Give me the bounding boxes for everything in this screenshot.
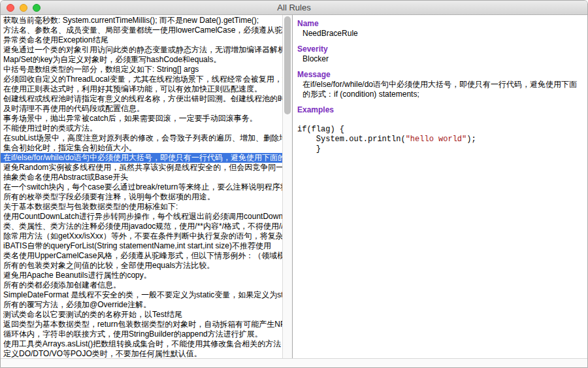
rule-list-item[interactable]: 避免用Apache Beanutils进行属性的copy。	[1, 271, 282, 280]
horizontal-scrollbar[interactable]	[1, 358, 587, 367]
rule-list-item[interactable]: Map/Set的key为自定义对象时，必须重写hashCode和equals。	[1, 55, 282, 65]
rule-list-item[interactable]: 抽象类命名使用Abstract或Base开头	[1, 173, 282, 182]
examples-label: Examples	[297, 105, 582, 115]
vertical-scrollbar[interactable]	[282, 15, 292, 358]
rule-list-item[interactable]: 避免Random实例被多线程使用，虽然共享该实例是线程安全的，但会因竞争同一se…	[1, 163, 282, 173]
rule-list-item[interactable]: 避免通过一个类的对象引用访问此类的静态变量或静态方法，无谓增加编译器解析成本，	[1, 45, 282, 55]
message-label: Message	[297, 70, 582, 80]
rule-list-item[interactable]: 返回类型为基本数据类型，return包装数据类型的对象时，自动拆箱有可能产生NP…	[1, 320, 282, 329]
code-line-2-after: );	[466, 135, 476, 144]
window: All Rules 获取当前毫秒数: System.currentTimeMil…	[0, 0, 588, 368]
rule-list-item[interactable]: 及时清理不再使用的代码段或配置信息。	[1, 104, 282, 114]
rule-list-item[interactable]: 在一个switch块内，每个case要么通过break/return等来终止，要…	[1, 182, 282, 192]
rule-list-item[interactable]: 在使用正则表达式时，利用好其预编译功能，可以有效加快正则匹配速度。	[1, 84, 282, 94]
titlebar: All Rules	[1, 1, 587, 15]
rule-list-item[interactable]: 循环体内，字符串的联接方式，使用StringBuilder的append方法进行…	[1, 329, 282, 339]
rule-list-item[interactable]: 除常用方法（如getXxx/isXxx）等外，不要在条件判断中执行复杂的语句，将…	[1, 231, 282, 241]
rule-list-item[interactable]: 事务场景中，抛出异常被catch后，如果需要回滚，一定要手动回滚事务。	[1, 114, 282, 124]
rule-detail-pane: Name NeedBraceRule Severity Blocker Mess…	[293, 15, 587, 358]
rule-list-item[interactable]: 类名使用UpperCamelCase风格，必须遵从驼峰形式，但以下情形例外：（领…	[1, 251, 282, 261]
rule-list-item[interactable]: 方法名、参数名、成员变量、局部变量都统一使用lowerCamelCase，必须遵…	[1, 25, 282, 35]
rule-list-item[interactable]: 类、类属性、类方法的注释必须使用javadoc规范，使用/**内容*/格式，不得…	[1, 222, 282, 231]
rule-list-item[interactable]: 异常类命名使用Exception结尾	[1, 35, 282, 45]
example-code: if(flag) { System.out.println("hello wor…	[297, 125, 582, 154]
severity-value: Blocker	[297, 54, 582, 64]
message-value: 在if/else/for/while/do语句中必须使用大括号，即使只有一行代码…	[297, 80, 578, 99]
rule-list-item[interactable]: 在subList场景中，高度注意对原列表的修改，会导致子列表的遍历、增加、删除均…	[1, 133, 282, 143]
rule-list-item[interactable]: 使用工具类Arrays.asList()把数组转换成集合时，不能使用其修改集合相…	[1, 339, 282, 349]
severity-label: Severity	[297, 44, 582, 54]
code-line-3: }	[297, 144, 321, 154]
close-button[interactable]	[7, 4, 14, 12]
rule-list-item[interactable]: 所有的包装类对象之间值的比较，全部使用equals方法比较。	[1, 261, 282, 271]
rule-list-item[interactable]: 集合初始化时，指定集合初始值大小。	[1, 143, 282, 153]
traffic-lights	[7, 1, 41, 15]
main-content: 获取当前毫秒数: System.currentTimeMillis(); 而不是…	[1, 15, 587, 358]
window-title: All Rules	[277, 3, 310, 12]
code-line-1: if(flag) {	[297, 125, 344, 134]
rule-list-item[interactable]: 中括号是数组类型的一部分，数组定义如下: String[] args	[1, 65, 282, 75]
rule-list-item[interactable]: 获取当前毫秒数: System.currentTimeMillis(); 而不是…	[1, 16, 282, 25]
rule-list-item[interactable]: 必须回收自定义的ThreadLocal变量，尤其在线程池场景下，线程经常会被复用…	[1, 75, 282, 84]
rule-list-item[interactable]: 所有的覆写方法，必须加@Override注解。	[1, 300, 282, 310]
minimize-button[interactable]	[20, 4, 27, 12]
name-value: NeedBraceRule	[297, 29, 582, 39]
rule-list-item[interactable]: 不能使用过时的类或方法。	[1, 124, 282, 133]
rule-list-item[interactable]: iBATIS自带的queryForList(String statementNa…	[1, 241, 282, 251]
rule-list-item[interactable]: 使用CountDownLatch进行异步转同步操作，每个线程退出前必须调用cou…	[1, 212, 282, 222]
name-label: Name	[297, 19, 582, 29]
rule-list-item[interactable]: 关于基本数据类型与包装数据类型的使用标准如下:	[1, 202, 282, 212]
rule-list-item[interactable]: SimpleDateFormat 是线程不安全的类，一般不要定义为static变…	[1, 290, 282, 300]
code-line-2-before: System.out.println(	[297, 135, 406, 144]
vertical-scrollbar-thumb[interactable]	[284, 16, 291, 114]
rules-list: 获取当前毫秒数: System.currentTimeMillis(); 而不是…	[1, 15, 282, 358]
code-string-literal: "hello world"	[406, 135, 467, 144]
rule-list-item[interactable]: 测试类命名以它要测试的类的名称开始，以Test结尾	[1, 310, 282, 320]
rule-list-item[interactable]: 所有的枚举类型字段必须要有注释，说明每个数据项的用途。	[1, 192, 282, 202]
rule-list-item[interactable]: 定义DO/DTO/VO等POJO类时，不要加任何属性默认值。	[1, 349, 282, 358]
zoom-button[interactable]	[33, 4, 41, 12]
rule-list-item-selected[interactable]: 在if/else/for/while/do语句中必须使用大括号，即使只有一行代码…	[1, 153, 282, 163]
rule-list-item[interactable]: 所有的类都必须添加创建者信息。	[1, 280, 282, 290]
rule-list-item[interactable]: 创建线程或线程池时请指定有意义的线程名称，方便出错时回溯。创建线程池的时候请使	[1, 94, 282, 104]
